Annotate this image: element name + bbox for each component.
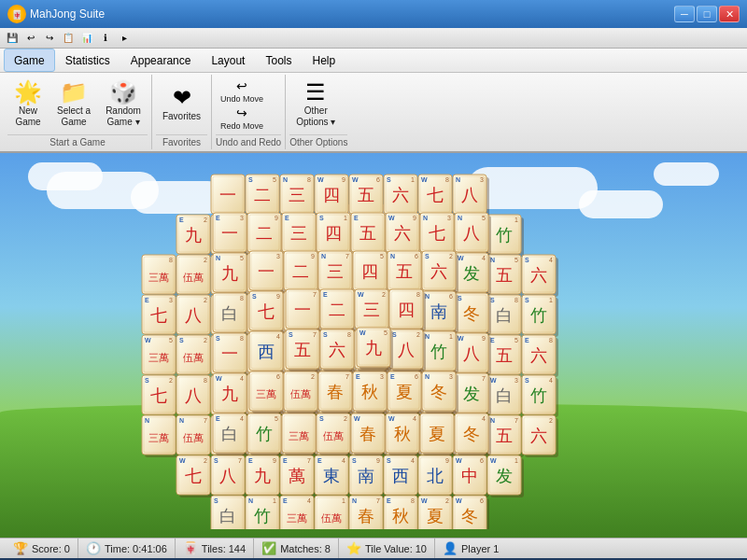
tile[interactable]: 四W9 bbox=[315, 175, 351, 217]
tile[interactable]: 发W1 bbox=[487, 455, 524, 497]
tile[interactable]: 七S2 bbox=[142, 375, 178, 417]
close-button[interactable]: ✕ bbox=[719, 6, 740, 22]
qb-help-button[interactable]: ℹ bbox=[97, 30, 114, 47]
tile[interactable]: 白S bbox=[211, 496, 247, 529]
tile[interactable]: 白E4 bbox=[213, 413, 249, 455]
tile[interactable]: 五N5 bbox=[487, 255, 524, 297]
tile[interactable]: 夏E6 bbox=[388, 371, 424, 413]
tile[interactable]: 春W bbox=[351, 413, 388, 455]
menu-layout[interactable]: Layout bbox=[201, 49, 255, 72]
qb-copy-button[interactable]: 📋 bbox=[60, 30, 77, 47]
tile[interactable]: 秋W4 bbox=[386, 413, 422, 455]
tile[interactable]: 五E bbox=[351, 213, 388, 255]
tile[interactable]: 七W2 bbox=[176, 455, 213, 497]
tile[interactable]: 秋E3 bbox=[353, 371, 389, 413]
menu-tools[interactable]: Tools bbox=[255, 49, 302, 72]
tile[interactable]: 三萬W5 bbox=[142, 335, 178, 377]
tile[interactable]: 一 bbox=[211, 175, 247, 217]
tile[interactable]: 白8 bbox=[213, 293, 249, 335]
tile[interactable]: 秋E8 bbox=[384, 496, 420, 529]
undo-move-button[interactable]: ↩ Undo Move bbox=[216, 78, 268, 104]
new-game-button[interactable]: 🌟 NewGame bbox=[7, 77, 49, 132]
tile[interactable]: 伍萬2 bbox=[176, 255, 213, 297]
tile[interactable]: 七E3 bbox=[142, 295, 178, 337]
tile[interactable]: 萬E7 bbox=[280, 455, 317, 497]
tile[interactable]: 三萬6 bbox=[249, 371, 286, 413]
tile[interactable]: 北9 bbox=[418, 455, 455, 497]
menu-help[interactable]: Help bbox=[302, 49, 345, 72]
tile[interactable]: 伍萬S2 bbox=[317, 413, 353, 455]
tile[interactable]: 九W4 bbox=[213, 373, 249, 415]
tile[interactable]: 五N7 bbox=[487, 415, 524, 457]
titlebar-controls[interactable]: ─ □ ✕ bbox=[674, 6, 740, 22]
tile[interactable]: 三W2 bbox=[355, 289, 391, 331]
tile[interactable]: 伍萬1 bbox=[315, 496, 351, 529]
tile[interactable]: 七N3 bbox=[420, 213, 457, 255]
tile[interactable]: 四5 bbox=[353, 251, 389, 293]
tile[interactable]: 東E4 bbox=[315, 455, 351, 497]
tile[interactable]: 八2 bbox=[176, 295, 213, 337]
tile[interactable]: 竹N1 bbox=[422, 331, 458, 373]
tile[interactable]: 夏W2 bbox=[418, 496, 455, 529]
tile[interactable]: 九W5 bbox=[357, 328, 393, 370]
tile[interactable]: 伍萬S2 bbox=[176, 335, 213, 377]
tile[interactable]: 三萬 bbox=[282, 413, 318, 455]
tile[interactable]: 八N5 bbox=[455, 213, 491, 255]
minimize-button[interactable]: ─ bbox=[674, 6, 695, 22]
tile[interactable]: 春7 bbox=[318, 371, 355, 413]
tile[interactable]: 三N7 bbox=[318, 251, 355, 293]
tile[interactable]: 竹1 bbox=[487, 215, 524, 257]
tile[interactable]: 伍萬N7 bbox=[176, 415, 213, 457]
tile[interactable]: 南N6 bbox=[422, 291, 458, 333]
tile[interactable]: 伍萬2 bbox=[284, 371, 320, 413]
other-options-button[interactable]: ☰ OtherOptions ▾ bbox=[289, 77, 342, 132]
tile[interactable]: 九N5 bbox=[213, 253, 249, 295]
tile[interactable]: 六E8 bbox=[522, 335, 558, 377]
tile[interactable]: 一S8 bbox=[213, 333, 249, 375]
qb-save-button[interactable]: 💾 bbox=[4, 30, 21, 47]
tile[interactable]: 六W9 bbox=[386, 213, 422, 255]
tile[interactable]: 二S5 bbox=[246, 175, 282, 217]
tile[interactable]: 竹S1 bbox=[522, 295, 558, 337]
tile[interactable]: 五E5 bbox=[487, 335, 524, 377]
tile[interactable]: 竹N1 bbox=[246, 496, 282, 529]
tile[interactable]: 竹5 bbox=[247, 413, 284, 455]
tile[interactable]: 五W6 bbox=[349, 175, 386, 217]
tile[interactable]: 一E3 bbox=[213, 213, 249, 255]
tile[interactable]: 二9 bbox=[284, 251, 320, 293]
tile[interactable]: 发W4 bbox=[455, 253, 491, 295]
mahjong-board[interactable]: 一二S5三N8四W9五W6六S1七W8八N3九E2萬E7東N6南6西W6北2中S… bbox=[98, 170, 649, 529]
tile[interactable]: 三萬E4 bbox=[280, 496, 317, 529]
tile[interactable]: 三萬N bbox=[142, 415, 178, 457]
select-game-button[interactable]: 📁 Select aGame bbox=[50, 77, 97, 132]
tile[interactable]: 六S4 bbox=[522, 255, 558, 297]
tile[interactable]: 八8 bbox=[176, 375, 213, 417]
tile[interactable]: 七S9 bbox=[249, 291, 286, 333]
tile[interactable]: 冬S bbox=[455, 293, 491, 335]
tile[interactable]: 三N8 bbox=[280, 175, 317, 217]
tile[interactable]: 八S2 bbox=[389, 329, 426, 371]
tile[interactable]: 六S1 bbox=[384, 175, 420, 217]
tile[interactable]: 冬4 bbox=[455, 413, 491, 455]
tile[interactable]: 冬N3 bbox=[422, 371, 458, 413]
tile[interactable]: 中W6 bbox=[453, 455, 489, 497]
qb-stats-button[interactable]: 📊 bbox=[78, 30, 95, 47]
tile[interactable]: 六2 bbox=[522, 415, 558, 457]
tile[interactable]: 南S9 bbox=[349, 455, 386, 497]
tile[interactable]: 夏 bbox=[420, 413, 457, 455]
tile[interactable]: 三萬8 bbox=[142, 255, 178, 297]
qb-undo-button[interactable]: ↩ bbox=[22, 30, 39, 47]
random-game-button[interactable]: 🎲 RandomGame ▾ bbox=[99, 77, 148, 132]
maximize-button[interactable]: □ bbox=[697, 6, 717, 22]
tile[interactable]: 六S2 bbox=[422, 251, 458, 293]
tile[interactable]: 一3 bbox=[249, 251, 286, 293]
favorites-button[interactable]: ❤ Favorites bbox=[156, 77, 207, 132]
tile[interactable]: 白W3 bbox=[487, 375, 524, 417]
redo-move-button[interactable]: ↪ Redo Move bbox=[216, 105, 268, 131]
tile[interactable]: 冬W6 bbox=[453, 496, 489, 529]
tile[interactable]: 四S1 bbox=[317, 213, 353, 255]
tile[interactable]: 五S7 bbox=[286, 329, 322, 371]
tile[interactable]: 一7 bbox=[286, 289, 322, 331]
qb-expand-button[interactable]: ▸ bbox=[116, 30, 133, 47]
menu-appearance[interactable]: Appearance bbox=[120, 49, 202, 72]
